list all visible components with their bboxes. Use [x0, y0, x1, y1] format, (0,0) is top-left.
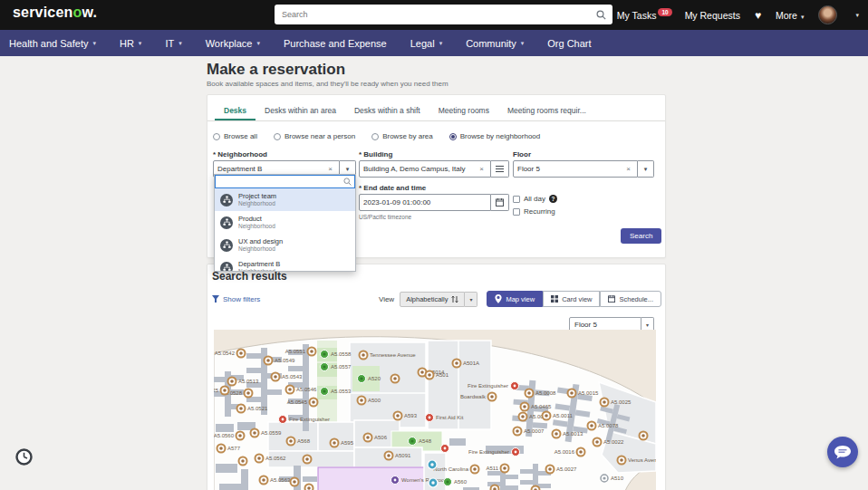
favorites-heart-icon[interactable]: ♥: [755, 9, 761, 22]
more-caret-icon: ▾: [801, 14, 805, 20]
map-marker[interactable]: [239, 457, 247, 466]
radio-browse-near-a-person[interactable]: Browse near a person: [274, 132, 355, 140]
search-button[interactable]: Search: [621, 228, 661, 244]
svg-text:A5.0013: A5.0013: [563, 431, 583, 437]
all-day-checkbox[interactable]: All day ?: [513, 195, 557, 203]
tab-meeting-rooms-requir-[interactable]: Meeting rooms requir...: [498, 101, 595, 120]
sort-caret-button[interactable]: ▾: [465, 292, 477, 307]
svg-text:Fire Extinguisher: Fire Extinguisher: [289, 417, 330, 422]
floor-caret-button[interactable]: ▾: [638, 160, 654, 178]
map-marker[interactable]: [428, 460, 437, 469]
map-marker[interactable]: [291, 478, 299, 486]
nav-item-hr[interactable]: HR▾: [120, 38, 141, 49]
show-filters-link[interactable]: Show filters: [212, 295, 260, 303]
nav-item-org-chart[interactable]: Org Chart: [547, 38, 591, 49]
building-label: * Building: [359, 150, 392, 159]
schedule-view-button[interactable]: Schedule...: [600, 291, 661, 307]
nav-item-it[interactable]: IT▾: [165, 38, 181, 49]
map-marker[interactable]: [640, 432, 648, 440]
neighborhood-org-icon: [220, 194, 233, 207]
servicenow-logo[interactable]: servicenow.: [13, 5, 97, 21]
nav-item-workplace[interactable]: Workplace▾: [206, 38, 260, 49]
tab-desks-within-an-area[interactable]: Desks within an area: [256, 101, 345, 120]
radio-browse-by-neighborhood[interactable]: Browse by neighborhood: [449, 132, 541, 140]
avatar[interactable]: [818, 5, 837, 24]
dropdown-item-text: Department BNeighborhood: [238, 261, 280, 273]
svg-text:A577: A577: [227, 446, 241, 451]
map-view-button[interactable]: Map view: [487, 291, 543, 307]
card-grid-icon: [551, 295, 558, 303]
calendar-button[interactable]: [491, 194, 509, 211]
chat-button[interactable]: [827, 437, 858, 467]
svg-text:A5.0525: A5.0525: [214, 388, 219, 393]
search-icon[interactable]: [596, 10, 606, 20]
neighborhood-dropdown: Project teamNeighborhoodProductNeighborh…: [214, 174, 356, 272]
building-field: Building A, Demo Campus, Italy ×: [359, 160, 511, 178]
more-menu[interactable]: More▾: [776, 10, 804, 21]
building-input[interactable]: Building A, Demo Campus, Italy ×: [359, 160, 491, 178]
map-marker-a510[interactable]: A510: [601, 475, 624, 482]
svg-text:North Carolina: North Carolina: [433, 466, 468, 472]
building-lookup-button[interactable]: [491, 160, 509, 178]
dropdown-item-project-team[interactable]: Project teamNeighborhood: [215, 188, 355, 211]
dropdown-item-department-b[interactable]: Department BNeighborhood: [215, 256, 355, 272]
svg-text:A5.0022: A5.0022: [603, 439, 624, 445]
recurring-checkbox[interactable]: Recurring: [513, 207, 555, 216]
dropdown-item-product[interactable]: ProductNeighborhood: [215, 211, 355, 234]
floor-input[interactable]: Floor 5 ×: [513, 160, 638, 178]
sort-value[interactable]: Alphabetically: [400, 292, 465, 307]
map-marker[interactable]: [491, 485, 499, 490]
card-view-button[interactable]: Card view: [543, 291, 600, 307]
view-group: View Alphabetically ▾ Map view Ca: [379, 291, 661, 307]
tab-desks-within-a-shift[interactable]: Desks within a shift: [345, 101, 429, 120]
end-date-input[interactable]: 2023-01-09 01:00:00: [359, 194, 491, 211]
sort-select: Alphabetically ▾: [400, 292, 477, 307]
radio-browse-all[interactable]: Browse all: [213, 132, 257, 140]
map-marker[interactable]: [304, 456, 312, 464]
dropdown-search-input[interactable]: [216, 178, 343, 186]
nav-item-legal[interactable]: Legal▾: [410, 38, 442, 49]
map-marker[interactable]: [429, 478, 438, 487]
nav-caret-icon: ▾: [92, 40, 96, 47]
map-marker[interactable]: [532, 486, 540, 490]
building-clear-icon[interactable]: ×: [477, 165, 487, 173]
all-day-help-icon[interactable]: ?: [549, 195, 557, 203]
radio-browse-by-area[interactable]: Browse by area: [371, 132, 433, 140]
all-day-box[interactable]: [513, 196, 520, 203]
floor-clear-icon[interactable]: ×: [623, 165, 633, 173]
svg-text:A595: A595: [341, 440, 354, 446]
svg-text:A5.0558: A5.0558: [331, 351, 352, 357]
profile-caret-icon[interactable]: ▾: [855, 12, 859, 19]
tab-desks[interactable]: Desks: [215, 101, 256, 120]
page-title: Make a reservation: [207, 61, 345, 79]
logo-text-end: w.: [82, 5, 98, 20]
filter-icon: [212, 295, 219, 303]
recent-history-button[interactable]: [14, 447, 34, 466]
dropdown-item-ux-and-design[interactable]: UX and designNeighborhood: [215, 234, 355, 256]
svg-text:A560: A560: [454, 479, 468, 485]
schedule-calendar-icon: [608, 295, 615, 303]
svg-text:A5.0553: A5.0553: [331, 389, 352, 394]
recurring-box[interactable]: [513, 208, 520, 216]
nav-item-community[interactable]: Community▾: [466, 38, 524, 49]
map-marker[interactable]: [441, 445, 449, 453]
svg-text:Fire Extinguisher: Fire Extinguisher: [468, 383, 508, 389]
svg-text:Boardwalk: Boardwalk: [460, 394, 487, 399]
my-tasks-link[interactable]: My Tasks10: [617, 10, 670, 21]
svg-text:A5.0551: A5.0551: [285, 349, 306, 354]
app-header: servicenow. My Tasks10 My Requests ♥ Mor…: [0, 0, 868, 30]
floor-map[interactable]: A5.0542A5.0513A5.0549A5.0543A5.0546A5.05…: [214, 330, 656, 490]
nav-item-purchase-and-expense[interactable]: Purchase and Expense: [284, 38, 387, 49]
neighborhood-clear-icon[interactable]: ×: [325, 165, 335, 173]
global-search-input[interactable]: [275, 10, 596, 19]
nav-item-health-and-safety[interactable]: Health and Safety▾: [9, 38, 96, 49]
map-marker[interactable]: [305, 485, 313, 490]
svg-text:A5.0465: A5.0465: [531, 404, 552, 409]
nav-caret-icon: ▾: [439, 40, 443, 47]
neighborhood-label: * Neighborhood: [213, 150, 267, 159]
map-marker[interactable]: [391, 375, 400, 383]
tab-meeting-rooms[interactable]: Meeting rooms: [429, 101, 498, 120]
my-requests-link[interactable]: My Requests: [685, 10, 740, 21]
end-date-field: 2023-01-09 01:00:00: [359, 194, 511, 211]
page-subtitle: Book available spaces and items, and the…: [207, 80, 448, 88]
